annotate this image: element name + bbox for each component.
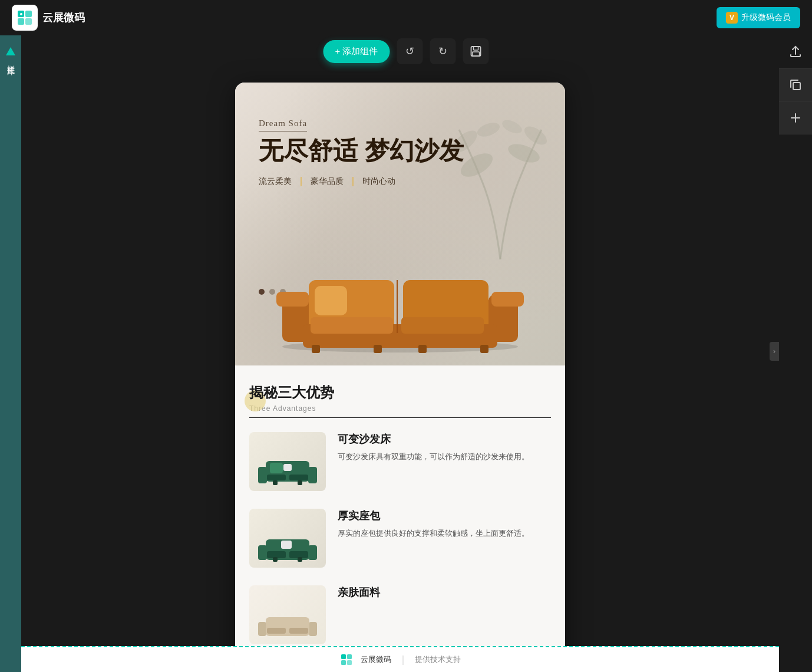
bottom-brand: 云展微码 [361, 654, 391, 665]
bottom-logo [339, 653, 354, 667]
svg-rect-1 [25, 11, 32, 17]
hero-subtitle: Dream Sofa [259, 118, 307, 131]
bottom-separator: ｜ [398, 654, 408, 666]
chevron-right-icon: › [773, 347, 775, 355]
svg-rect-3 [25, 18, 32, 25]
svg-point-4 [20, 13, 22, 15]
sofa-image [270, 248, 530, 354]
svg-rect-45 [273, 557, 278, 562]
separator1: ｜ [296, 175, 306, 187]
feature-image-2 [249, 509, 326, 568]
svg-rect-36 [270, 463, 283, 473]
feature-item-2: 厚实座包 厚实的座包提供良好的支撑和柔软触感，坐上面更舒适。 [249, 509, 551, 568]
svg-rect-51 [267, 628, 286, 634]
svg-rect-8 [472, 52, 479, 56]
add-component-button[interactable]: + 添加组件 [324, 40, 390, 63]
svg-point-14 [500, 117, 524, 136]
svg-rect-52 [289, 628, 308, 634]
feature-image-1 [249, 432, 326, 491]
vip-icon: V [726, 12, 738, 24]
svg-rect-40 [258, 545, 267, 560]
logo-area: 云展微码 [12, 5, 85, 31]
section-header: 揭秘三大优势 Three Advantages [249, 383, 551, 418]
feature-title-2: 厚实座包 [338, 509, 551, 523]
svg-rect-29 [418, 345, 427, 353]
canvas-area: Dream Sofa 无尽舒适 梦幻沙发 流云柔美 ｜ 豪华品质 ｜ 时尚心动 [21, 35, 779, 672]
feature-desc-2: 厚实的座包提供良好的支撑和柔软触感，坐上面更舒适。 [338, 528, 551, 540]
svg-rect-7 [473, 47, 478, 50]
top-bar: 云展微码 V 升级微码会员 [0, 0, 812, 35]
upgrade-button[interactable]: V 升级微码会员 [717, 7, 800, 28]
app-logo-icon [12, 5, 38, 31]
feature-content-2: 厚实座包 厚实的座包提供良好的支撑和柔软触感，坐上面更舒适。 [338, 509, 551, 540]
section-divider [249, 417, 551, 418]
feature-item-3: 亲肤面料 [249, 585, 551, 644]
feature-title-1: 可变沙发床 [338, 432, 551, 446]
app-logo-text: 云展微码 [42, 11, 85, 25]
bottom-support: 提供技术支持 [415, 654, 461, 665]
left-sidebar[interactable]: 样式库 [0, 35, 21, 672]
hero-banner: Dream Sofa 无尽舒适 梦幻沙发 流云柔美 ｜ 豪华品质 ｜ 时尚心动 [235, 83, 565, 365]
section-title-zh: 揭秘三大优势 [249, 383, 551, 402]
svg-rect-55 [341, 660, 346, 665]
hero-tags: 流云柔美 ｜ 豪华品质 ｜ 时尚心动 [259, 175, 464, 187]
svg-rect-48 [258, 622, 266, 636]
add-component-bar: + 添加组件 ↺ ↻ [324, 38, 489, 64]
svg-rect-56 [347, 660, 352, 665]
add-section-button[interactable] [779, 101, 812, 134]
section-title-en: Three Advantages [249, 404, 551, 413]
feature-title-3: 亲肤面料 [338, 585, 551, 599]
undo-icon: ↺ [405, 45, 414, 58]
collapse-arrow[interactable]: › [770, 342, 779, 361]
svg-rect-25 [315, 286, 347, 315]
svg-point-12 [521, 123, 550, 148]
svg-rect-32 [308, 467, 317, 483]
right-toolbar [779, 35, 812, 134]
svg-rect-39 [283, 464, 292, 471]
sidebar-triangle-icon [6, 47, 15, 55]
svg-rect-35 [289, 475, 308, 480]
svg-rect-31 [258, 467, 267, 483]
svg-rect-24 [401, 317, 484, 334]
save-button[interactable] [463, 38, 488, 64]
svg-rect-30 [480, 345, 488, 353]
sidebar-label: 样式库 [5, 59, 16, 62]
bottom-bar: 云展微码 ｜ 提供技术支持 [21, 646, 779, 672]
svg-rect-19 [491, 292, 524, 307]
svg-rect-37 [273, 480, 278, 485]
hero-tag2: 豪华品质 [311, 176, 344, 187]
add-component-label: + 添加组件 [335, 46, 378, 57]
feature-content-3: 亲肤面料 [338, 585, 551, 604]
hero-title: 无尽舒适 梦幻沙发 [259, 136, 464, 166]
redo-icon: ↻ [438, 45, 447, 58]
svg-rect-49 [309, 622, 317, 636]
undo-button[interactable]: ↺ [397, 38, 422, 64]
sofa-area [235, 236, 565, 365]
svg-rect-54 [347, 654, 352, 659]
svg-rect-5 [793, 83, 800, 90]
svg-point-13 [476, 120, 501, 139]
svg-rect-53 [341, 654, 346, 659]
svg-rect-41 [308, 545, 317, 560]
svg-rect-27 [312, 345, 320, 353]
separator2: ｜ [348, 175, 358, 187]
svg-rect-46 [298, 557, 302, 562]
upgrade-label: 升级微码会员 [741, 12, 791, 23]
upload-button[interactable] [779, 35, 812, 68]
hero-tag1: 流云柔美 [259, 176, 292, 187]
advantages-section: 揭秘三大优势 Three Advantages [235, 365, 565, 672]
hero-tag3: 时尚心动 [362, 176, 395, 187]
svg-rect-28 [374, 345, 382, 353]
copy-button[interactable] [779, 68, 812, 101]
feature-image-3 [249, 585, 326, 644]
svg-rect-2 [18, 18, 24, 25]
svg-rect-34 [267, 475, 286, 480]
phone-mockup: Dream Sofa 无尽舒适 梦幻沙发 流云柔美 ｜ 豪华品质 ｜ 时尚心动 [235, 83, 565, 672]
svg-rect-38 [298, 480, 302, 485]
hero-content: Dream Sofa 无尽舒适 梦幻沙发 流云柔美 ｜ 豪华品质 ｜ 时尚心动 [259, 118, 464, 187]
redo-button[interactable]: ↻ [430, 38, 455, 64]
svg-rect-23 [311, 317, 393, 334]
svg-rect-47 [281, 541, 292, 549]
svg-rect-17 [276, 292, 309, 307]
svg-point-10 [506, 140, 542, 166]
